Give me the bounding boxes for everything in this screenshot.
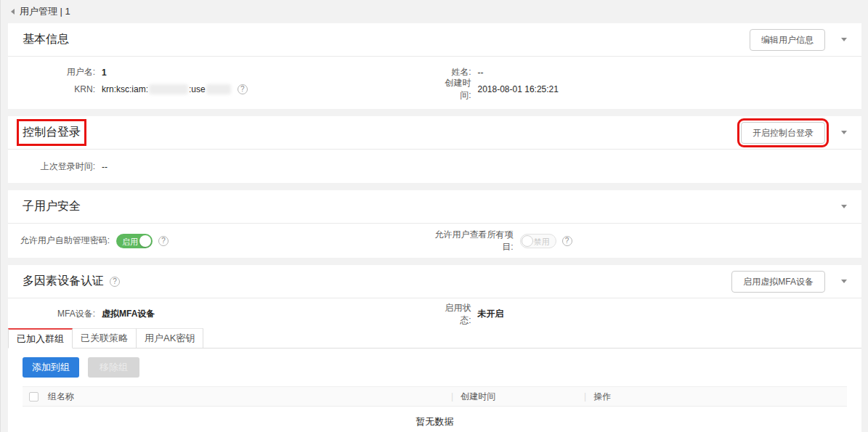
mfa-tabbar: 已加入群组 已关联策略 用户AK密钥 [8, 328, 861, 349]
collapse-toggle[interactable] [837, 277, 851, 286]
last-login-value: -- [102, 162, 108, 172]
help-icon[interactable]: ? [110, 277, 120, 287]
help-icon[interactable]: ? [158, 236, 169, 246]
view-all-projects-toggle[interactable]: 禁用 [520, 234, 556, 248]
mfa-status-value: 未开启 [478, 308, 504, 320]
column-group-name: 组名称 [48, 391, 74, 403]
mfa-title: 多因素设备认证 [23, 274, 104, 289]
mfa-card: 多因素设备认证 ? 启用虚拟MFA设备 MFA设备: 虚拟MFA设备 启用状态:… [8, 265, 861, 432]
edit-user-button[interactable]: 编辑用户信息 [750, 29, 825, 51]
basic-info-card: 基本信息 编辑用户信息 用户名: 1 姓名: -- KRN: krn:ksc:i… [8, 23, 861, 109]
tab-joined-groups[interactable]: 已加入群组 [8, 328, 73, 349]
console-login-title: 控制台登录 [23, 125, 81, 140]
collapse-toggle[interactable] [837, 35, 851, 44]
tab-user-ak-keys[interactable]: 用户AK密钥 [137, 328, 203, 349]
table-header: 组名称 | 创建时间 | 操作 [23, 386, 847, 407]
chevron-left-icon [11, 9, 15, 15]
self-manage-password-label: 允许用户自助管理密码: [8, 235, 110, 247]
chevron-down-icon [841, 38, 847, 41]
help-icon[interactable]: ? [238, 84, 248, 94]
column-divider: | [584, 391, 586, 402]
username-value: 1 [102, 68, 107, 78]
self-manage-password-toggle[interactable]: 启用 [116, 234, 153, 248]
tab-associated-policies[interactable]: 已关联策略 [73, 328, 137, 349]
chevron-down-icon [841, 280, 847, 283]
mfa-device-label: MFA设备: [8, 308, 95, 320]
remove-group-button: 移除组 [88, 357, 139, 378]
redacted-text [149, 84, 188, 94]
mfa-status-label: 启用状态: [435, 302, 471, 327]
enable-virtual-mfa-button[interactable]: 启用虚拟MFA设备 [731, 271, 825, 293]
tabbar-filler [203, 328, 861, 349]
username-label: 用户名: [8, 66, 95, 78]
subuser-security-header: 子用户安全 [8, 190, 861, 224]
breadcrumb-label: 用户管理 | 1 [20, 5, 70, 18]
empty-state: 暂无数据 [23, 407, 847, 432]
select-all-checkbox[interactable] [29, 392, 38, 402]
console-login-header: 控制台登录 开启控制台登录 [8, 116, 861, 150]
chevron-down-icon [841, 205, 847, 208]
mfa-device-value: 虚拟MFA设备 [102, 308, 155, 320]
mfa-header: 多因素设备认证 ? 启用虚拟MFA设备 [8, 265, 861, 298]
console-login-card: 控制台登录 开启控制台登录 上次登录时间: -- [8, 116, 861, 183]
collapse-toggle[interactable] [837, 202, 851, 211]
last-login-label: 上次登录时间: [8, 160, 95, 173]
name-value: -- [478, 68, 484, 78]
collapse-toggle[interactable] [837, 128, 851, 137]
subuser-security-card: 子用户安全 允许用户自助管理密码: 启用 ? 允许用户查看所有项目: 禁用 ? [8, 190, 861, 258]
basic-info-header: 基本信息 编辑用户信息 [8, 23, 861, 57]
groups-table: 组名称 | 创建时间 | 操作 暂无数据 [23, 386, 847, 432]
basic-info-title: 基本信息 [23, 32, 69, 47]
breadcrumb[interactable]: 用户管理 | 1 [11, 5, 70, 18]
enable-console-login-button[interactable]: 开启控制台登录 [741, 122, 825, 144]
column-divider: | [451, 391, 453, 402]
chevron-down-icon [841, 131, 847, 134]
created-value: 2018-08-01 16:25:21 [478, 84, 559, 94]
krn-value: krn:ksc:iam::use ? [102, 84, 248, 94]
column-actions: 操作 [593, 391, 611, 403]
redacted-text [206, 84, 231, 94]
column-created-time: 创建时间 [461, 391, 495, 403]
view-all-projects-label: 允许用户查看所有项目: [435, 229, 514, 253]
help-icon[interactable]: ? [562, 236, 572, 246]
krn-label: KRN: [8, 84, 95, 94]
subuser-security-title: 子用户安全 [23, 199, 81, 214]
toggle-knob [522, 235, 533, 247]
created-label: 创建时间: [435, 77, 471, 102]
toggle-knob [139, 235, 151, 247]
add-to-group-button[interactable]: 添加到组 [23, 357, 79, 378]
